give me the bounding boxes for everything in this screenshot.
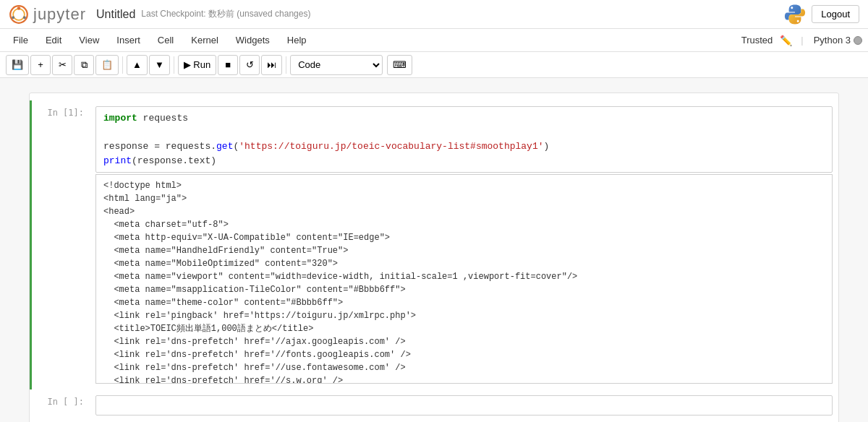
kernel-status-icon [854,36,862,45]
app-name: jupyter [33,5,86,24]
jupyter-logo-icon [9,4,29,25]
separator-1 [122,56,123,74]
trusted-label: Trusted [741,35,773,46]
cell-2-content [90,392,838,418]
trusted-area: Trusted ✏️ | Python 3 [741,33,862,48]
cell-1-content: import requests response = requests.get(… [90,103,838,387]
menu-edit[interactable]: Edit [38,32,69,48]
svg-point-1 [13,9,25,20]
cell-1-input[interactable]: import requests response = requests.get(… [95,106,833,173]
svg-point-4 [23,16,26,19]
move-down-button[interactable]: ▼ [149,55,170,75]
menu-file[interactable]: File [6,32,35,48]
interrupt-button[interactable]: ■ [218,55,238,75]
menu-widgets[interactable]: Widgets [229,32,277,48]
kernel-info: Python 3 [814,35,862,46]
cell-2: In [ ]: [30,389,838,421]
paste-cell-button[interactable]: 📋 [95,55,119,75]
cell-2-label: In [ ]: [32,392,90,418]
svg-point-3 [12,16,14,19]
cell-type-selector[interactable]: Code Markdown Raw NBConvert Heading [290,55,383,75]
checkpoint-info: Last Checkpoint: 数秒前 (unsaved changes) [141,8,310,20]
edit-notebook-icon[interactable]: ✏️ [777,33,795,48]
menu-kernel[interactable]: Kernel [184,32,226,48]
save-button[interactable]: 💾 [6,55,29,75]
cell-1-output: <!doctype html> <html lang="ja"> <head> … [95,174,833,384]
menu-insert[interactable]: Insert [109,32,148,48]
menu-cell[interactable]: Cell [150,32,181,48]
python-logo-icon [784,4,806,25]
logout-button[interactable]: Logout [812,5,859,23]
logo-area: jupyter [9,4,86,25]
notebook-title[interactable]: Untitled [96,8,135,21]
kernel-name: Python 3 [814,35,851,46]
topbar: jupyter Untitled Last Checkpoint: 数秒前 (u… [0,0,868,29]
menu-help[interactable]: Help [280,32,314,48]
separator-3 [286,56,286,74]
keyboard-shortcuts-button[interactable]: ⌨ [387,55,412,75]
add-cell-button[interactable]: + [30,55,51,75]
main-content: In [1]: import requests response = reque… [0,78,868,422]
separator-2 [174,56,174,74]
notebook-container: In [1]: import requests response = reque… [29,92,839,422]
menu-view[interactable]: View [72,32,106,48]
toolbar: 💾 + ✂ ⧉ 📋 ▲ ▼ ▶ Run ■ ↺ ⏭ Code Markdown … [0,52,868,78]
cell-2-input[interactable] [95,395,833,415]
svg-point-2 [17,7,20,9]
restart-run-button[interactable]: ⏭ [261,55,282,75]
move-up-button[interactable]: ▲ [127,55,148,75]
cut-cell-button[interactable]: ✂ [52,55,72,75]
run-button[interactable]: ▶ Run [178,55,216,75]
menubar: File Edit View Insert Cell Kernel Widget… [0,29,868,52]
cell-1-label: In [1]: [32,103,90,387]
restart-button[interactable]: ↺ [239,55,260,75]
copy-cell-button[interactable]: ⧉ [74,55,94,75]
cell-1: In [1]: import requests response = reque… [30,100,838,389]
